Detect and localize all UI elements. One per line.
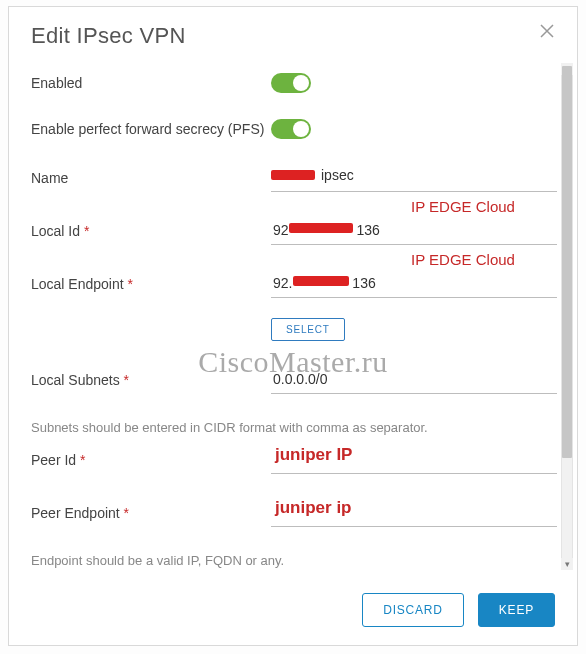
subnets-hint: Subnets should be entered in CIDR format… (31, 420, 557, 435)
dialog-title: Edit IPsec VPN (31, 23, 186, 49)
local-endpoint-field[interactable]: 92. 136 (271, 271, 557, 298)
endpoint-hint: Endpoint should be a valid IP, FQDN or a… (31, 553, 557, 568)
edit-ipsec-vpn-dialog: Edit IPsec VPN Enabled Enable perfect fo… (8, 6, 578, 646)
peer-endpoint-label: Peer Endpoint (31, 504, 271, 523)
peer-id-input[interactable] (271, 447, 557, 474)
redaction (289, 223, 353, 233)
local-endpoint-label: Local Endpoint (31, 275, 271, 294)
redaction (271, 170, 315, 180)
local-id-field[interactable]: 92 136 (271, 218, 557, 245)
scrollbar-thumb[interactable] (562, 66, 572, 458)
dialog-footer: DISCARD KEEP (9, 578, 577, 645)
local-id-label: Local Id (31, 222, 271, 241)
redaction (293, 276, 349, 286)
peer-id-label: Peer Id (31, 451, 271, 470)
dialog-body: Enabled Enable perfect forward secrecy (… (9, 55, 559, 578)
local-id-prefix: 92 (273, 222, 289, 238)
vertical-scrollbar[interactable]: ▴ ▾ (561, 65, 573, 568)
scroll-down-icon[interactable]: ▾ (561, 558, 573, 570)
select-button[interactable]: SELECT (271, 318, 345, 341)
local-endpoint-annotation: IP EDGE Cloud (411, 251, 515, 268)
peer-endpoint-input[interactable] (271, 500, 557, 527)
dialog-header: Edit IPsec VPN (9, 7, 577, 55)
local-id-suffix: 136 (356, 222, 379, 238)
enabled-toggle[interactable] (271, 73, 311, 93)
local-subnets-label: Local Subnets (31, 371, 271, 390)
discard-button[interactable]: DISCARD (362, 593, 464, 627)
local-id-annotation: IP EDGE Cloud (411, 198, 515, 215)
enabled-label: Enabled (31, 74, 271, 93)
local-endpoint-prefix: 92. (273, 275, 292, 291)
keep-button[interactable]: KEEP (478, 593, 555, 627)
pfs-toggle[interactable] (271, 119, 311, 139)
name-label: Name (31, 169, 271, 188)
local-subnets-input[interactable] (271, 367, 557, 394)
name-field[interactable]: ipsec ipsec (271, 165, 557, 192)
close-icon[interactable] (539, 23, 555, 39)
pfs-label: Enable perfect forward secrecy (PFS) (31, 120, 271, 139)
local-endpoint-suffix: 136 (352, 275, 375, 291)
name-value: ipsec (321, 167, 354, 183)
